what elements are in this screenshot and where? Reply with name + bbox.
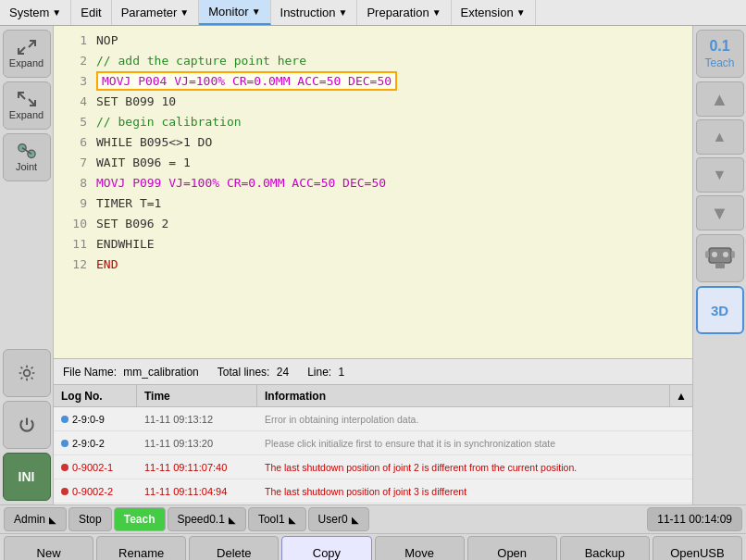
- copy-button[interactable]: Copy: [281, 536, 371, 560]
- arrow-buttons: ▲ ▲ ▼ ▼: [696, 81, 744, 230]
- svg-rect-11: [715, 263, 725, 268]
- user-tab-indicator: ◣: [352, 515, 359, 525]
- log-dot: [61, 440, 68, 447]
- svg-point-7: [23, 370, 30, 377]
- code-text: END: [96, 257, 118, 271]
- bottom-actions-bar: New Rename Delete Copy Move Open Backup …: [0, 534, 746, 560]
- code-editor: 1NOP2// add the capture point here3MOVJ …: [54, 26, 692, 384]
- code-text: TIMER T=1: [96, 196, 161, 210]
- menu-edit[interactable]: Edit: [71, 0, 111, 25]
- admin-tab-indicator: ◣: [49, 515, 56, 525]
- log-dot: [61, 416, 68, 423]
- log-row[interactable]: 2-9:0-211-11 09:13:20Please click initia…: [54, 431, 692, 455]
- svg-rect-12: [705, 251, 709, 258]
- settings-button[interactable]: [3, 349, 51, 397]
- log-dot: [61, 488, 68, 495]
- log-cell-logno: 0-9002-2: [54, 484, 137, 499]
- expand-button-2[interactable]: Expand: [3, 81, 51, 130]
- filename-label: File Name: mm_calibration: [63, 366, 199, 379]
- log-cell-info: Error in obtaining interpolation data.: [257, 412, 692, 427]
- openusb-button[interactable]: OpenUSB: [653, 536, 742, 560]
- line-number: 8: [61, 176, 87, 190]
- log-cell-logno: 2-9:0-9: [54, 412, 137, 427]
- right-sidebar: 0.1 Teach ▲ ▲ ▼ ▼ 3D: [692, 26, 746, 504]
- line-number: 1: [61, 33, 87, 47]
- menu-instruction[interactable]: Instruction ▼: [271, 0, 358, 25]
- joint-button[interactable]: Joint: [3, 133, 51, 181]
- power-button[interactable]: [3, 401, 51, 449]
- log-row[interactable]: 0-9002-111-11 09:11:07:40The last shutdo…: [54, 455, 692, 479]
- log-dot: [61, 464, 68, 471]
- code-line[interactable]: 9TIMER T=1: [54, 193, 692, 213]
- robot-icon-button[interactable]: [696, 234, 744, 282]
- log-cell-time: 11-11 09:13:20: [137, 436, 257, 451]
- svg-line-1: [19, 47, 25, 54]
- log-scroll-up[interactable]: ▲: [670, 385, 692, 406]
- ini-button[interactable]: INI: [3, 453, 51, 501]
- arrow-up-double[interactable]: ▲: [696, 81, 744, 117]
- log-rows: 2-9:0-911-11 09:13:12Error in obtaining …: [54, 407, 692, 504]
- menu-monitor[interactable]: Monitor ▼: [199, 0, 270, 25]
- menu-extension[interactable]: Extension ▼: [452, 0, 536, 25]
- arrow-down-double[interactable]: ▼: [696, 195, 744, 230]
- code-content[interactable]: 1NOP2// add the capture point here3MOVJ …: [54, 26, 692, 358]
- bottom-status-bar: Admin ◣ Stop Teach Speed0.1 ◣ Tool1 ◣ Us…: [0, 504, 746, 534]
- code-line[interactable]: 5// begin calibration: [54, 111, 692, 131]
- code-line[interactable]: 7WAIT B096 = 1: [54, 152, 692, 172]
- speed-pill[interactable]: Speed0.1 ◣: [168, 507, 246, 531]
- stop-pill[interactable]: Stop: [68, 507, 112, 531]
- code-line[interactable]: 6WHILE B095<>1 DO: [54, 131, 692, 152]
- line-number: 5: [61, 115, 87, 129]
- log-col-info: Information: [257, 385, 670, 406]
- tool-pill[interactable]: Tool1 ◣: [248, 507, 306, 531]
- menu-bar: System ▼ Edit Parameter ▼ Monitor ▼ Inst…: [0, 0, 746, 26]
- log-col-logno: Log No.: [54, 385, 137, 406]
- log-row[interactable]: 0-9002-211-11 09:11:04:94The last shutdo…: [54, 479, 692, 504]
- line-number: 4: [61, 94, 87, 108]
- log-cell-info: The last shutdown position of joint 2 is…: [257, 460, 692, 475]
- code-text: SET B096 2: [96, 217, 168, 230]
- log-cell-time: 11-11 09:11:04:94: [137, 484, 257, 499]
- total-lines: Total lines: 24: [218, 366, 289, 379]
- backup-button[interactable]: Backup: [560, 536, 650, 560]
- 3d-view-button[interactable]: 3D: [696, 286, 744, 334]
- code-line[interactable]: 1NOP: [54, 30, 692, 50]
- open-button[interactable]: Open: [467, 536, 557, 560]
- log-col-time: Time: [137, 385, 257, 406]
- code-line[interactable]: 12END: [54, 254, 692, 274]
- code-line[interactable]: 11ENDWHILE: [54, 233, 692, 254]
- code-line[interactable]: 8MOVJ P099 VJ=100% CR=0.0MM ACC=50 DEC=5…: [54, 172, 692, 193]
- arrow-up[interactable]: ▲: [696, 119, 744, 155]
- move-button[interactable]: Move: [375, 536, 465, 560]
- rename-button[interactable]: Rename: [96, 536, 186, 560]
- code-line[interactable]: 10SET B096 2: [54, 213, 692, 233]
- log-cell-logno: 2-9:0-2: [54, 436, 137, 451]
- line-number: 6: [61, 135, 87, 149]
- menu-system[interactable]: System ▼: [0, 0, 71, 25]
- menu-parameter[interactable]: Parameter ▼: [112, 0, 200, 25]
- delete-button[interactable]: Delete: [189, 536, 279, 560]
- teach-pill[interactable]: Teach: [114, 507, 166, 531]
- user-pill[interactable]: User0 ◣: [308, 507, 369, 531]
- code-line[interactable]: 4SET B099 10: [54, 91, 692, 111]
- joint-icon: [16, 143, 38, 159]
- log-row[interactable]: 2-9:0-911-11 09:13:12Error in obtaining …: [54, 407, 692, 431]
- admin-pill[interactable]: Admin ◣: [4, 507, 67, 531]
- power-icon: [16, 417, 38, 433]
- svg-rect-13: [731, 251, 735, 258]
- arrow-down[interactable]: ▼: [696, 157, 744, 193]
- expand-icon-2: [16, 91, 38, 107]
- log-cell-logno: 0-9002-1: [54, 460, 137, 475]
- tool-tab-indicator: ◣: [289, 515, 296, 525]
- log-area: Log No. Time Information ▲ 2-9:0-911-11 …: [54, 384, 692, 504]
- datetime-display: 11-11 00:14:09: [647, 507, 742, 531]
- log-cell-info: The last shutdown position of joint 3 is…: [257, 484, 692, 499]
- line-number: 7: [61, 156, 87, 169]
- chevron-down-icon: ▼: [516, 7, 526, 18]
- menu-preparation[interactable]: Preparation ▼: [357, 0, 451, 25]
- chevron-down-icon: ▼: [432, 7, 441, 18]
- expand-button-1[interactable]: Expand: [3, 30, 51, 78]
- new-button[interactable]: New: [4, 536, 93, 560]
- code-line[interactable]: 2// add the capture point here: [54, 50, 692, 70]
- code-line[interactable]: 3MOVJ P004 VJ=100% CR=0.0MM ACC=50 DEC=5…: [54, 70, 692, 91]
